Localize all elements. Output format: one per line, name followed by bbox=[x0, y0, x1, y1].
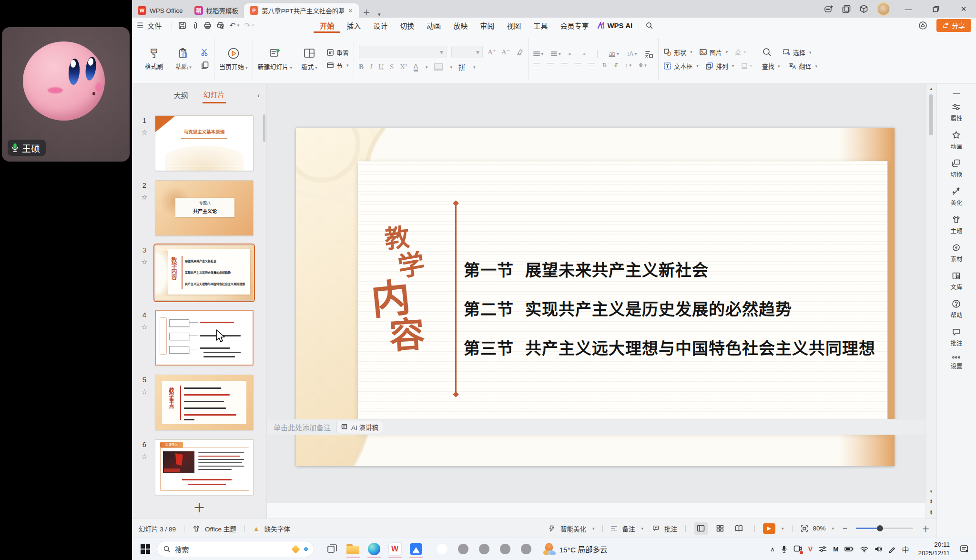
star-icon[interactable]: ☆ bbox=[141, 387, 147, 396]
select-button[interactable]: 选择▾ bbox=[783, 48, 812, 57]
increase-indent-icon[interactable]: ⇥ bbox=[581, 51, 586, 57]
increase-font-icon[interactable]: A⁺ bbox=[488, 48, 497, 56]
font-size-select[interactable]: ▾ bbox=[451, 46, 483, 58]
tray-mic-icon[interactable] bbox=[781, 545, 787, 553]
slide-2-thumbnail[interactable]: 专题八 共产主义论 bbox=[155, 180, 254, 236]
workspace-stack-icon[interactable] bbox=[842, 5, 851, 13]
canvas-scrollbar[interactable]: ▲ ▼ ▲▲ ▼▼ bbox=[925, 84, 936, 519]
sidebar-item-settings[interactable]: 设置 bbox=[950, 356, 962, 370]
task-view-button[interactable] bbox=[322, 540, 343, 559]
tray-m-icon[interactable]: M bbox=[833, 546, 838, 553]
distribute-icon[interactable] bbox=[589, 63, 595, 68]
star-icon[interactable]: ☆ bbox=[141, 452, 147, 461]
notes-placeholder[interactable]: 单击此处添加备注 bbox=[274, 422, 331, 432]
ai-script-button[interactable]: AI 演讲稿 bbox=[336, 421, 383, 433]
picture-button[interactable]: 图片▾ bbox=[699, 48, 728, 57]
clip-icon[interactable] bbox=[191, 21, 199, 30]
star-icon[interactable]: ☆ bbox=[141, 193, 147, 202]
star-icon[interactable]: ☆ bbox=[141, 323, 147, 331]
new-slide-button[interactable]: 新建幻灯片▾ bbox=[258, 47, 293, 71]
reading-view-button[interactable] bbox=[732, 522, 746, 535]
slide-section-3[interactable]: 第三节共产主义远大理想与中国特色社会主义共同理想 bbox=[464, 336, 875, 359]
row-spacing-icon[interactable]: ⇅ bbox=[602, 62, 607, 68]
menu-item-animation[interactable]: 动画 bbox=[420, 18, 447, 33]
zoom-slider[interactable] bbox=[856, 528, 913, 529]
tab-slides[interactable]: 幻灯片 bbox=[203, 86, 226, 103]
sidebar-item-animation[interactable]: 动画 bbox=[950, 131, 962, 151]
tab-outline[interactable]: 大纲 bbox=[173, 87, 189, 103]
reset-button[interactable]: 重置 bbox=[326, 48, 349, 57]
menu-item-slideshow[interactable]: 放映 bbox=[447, 18, 474, 33]
service-icon[interactable] bbox=[918, 21, 927, 30]
next-slide-icon[interactable]: ▼▼ bbox=[926, 511, 936, 515]
sidebar-item-comments[interactable]: 批注 bbox=[950, 327, 962, 347]
search-menu-icon[interactable] bbox=[645, 21, 653, 30]
start-button[interactable] bbox=[141, 544, 150, 554]
slide-section-1[interactable]: 第一节展望未来共产主义新社会 bbox=[464, 257, 709, 281]
file-explorer-button[interactable] bbox=[343, 540, 364, 559]
undo-icon[interactable]: ↶▾ bbox=[229, 21, 239, 30]
normal-view-button[interactable] bbox=[694, 522, 708, 535]
scroll-down-icon[interactable]: ▼ bbox=[926, 489, 936, 494]
phonetic-guide-button[interactable]: 拼 bbox=[458, 62, 466, 72]
align-left-icon[interactable] bbox=[533, 63, 540, 68]
menu-item-review[interactable]: 审阅 bbox=[474, 18, 500, 33]
tray-wps-icon[interactable]: V bbox=[808, 545, 813, 553]
paragraph-spacing-button[interactable]: ↕▾ bbox=[625, 62, 631, 68]
decrease-font-icon[interactable]: A⁻ bbox=[501, 48, 510, 56]
ime-indicator[interactable]: 中 bbox=[902, 544, 909, 554]
tab-wps-home[interactable]: W WPS Office bbox=[132, 3, 189, 18]
slide-3-thumbnail[interactable]: 教学内容 展望未来共产主义新社会 实现共产主义是历史发展的必然趋势 共产主义远大… bbox=[155, 245, 254, 301]
highlight-button[interactable] bbox=[434, 63, 443, 71]
menu-file[interactable]: 文件 bbox=[145, 18, 168, 33]
scroll-up-icon[interactable]: ▲ bbox=[926, 87, 936, 91]
star-icon[interactable]: ☆ bbox=[141, 258, 147, 266]
new-tab-button[interactable]: ＋ bbox=[359, 6, 374, 18]
tab-docer-template[interactable]: 稻 找稻壳模板 bbox=[189, 3, 244, 18]
decrease-indent-icon[interactable]: ⇤ bbox=[569, 51, 573, 57]
current-slide[interactable]: 教 学 内 容 第一节展望未来共产主义新社会 第二节实现共产主义是历史发展的必然… bbox=[296, 128, 895, 466]
wps-ai-menu[interactable]: WPS AI bbox=[597, 21, 632, 30]
previous-slide-icon[interactable]: ▲▲ bbox=[926, 499, 936, 503]
line-spacing-button[interactable]: ↕A▾ bbox=[627, 51, 637, 57]
notes-toggle-label[interactable]: 备注 bbox=[622, 524, 635, 533]
translate-button[interactable]: 翻译▾ bbox=[788, 61, 817, 71]
sidebar-item-assets[interactable]: 素材 bbox=[950, 243, 962, 263]
find-icon[interactable] bbox=[762, 47, 772, 57]
taskbar-search[interactable]: 搜索 bbox=[157, 541, 314, 557]
user-avatar[interactable] bbox=[877, 2, 890, 16]
collapse-sidebar-icon[interactable]: — bbox=[953, 89, 960, 97]
collapse-panel-icon[interactable]: ‹ bbox=[257, 91, 260, 99]
notes-toggle-icon[interactable] bbox=[611, 526, 617, 531]
format-painter-button[interactable]: 格式刷 bbox=[142, 48, 166, 71]
tray-volume-icon[interactable] bbox=[874, 546, 882, 552]
font-family-select[interactable]: ▾ bbox=[359, 46, 447, 58]
print-preview-icon[interactable] bbox=[216, 21, 224, 30]
theme-label[interactable]: Office 主题 bbox=[205, 524, 236, 533]
sidebar-item-transition[interactable]: 切换 bbox=[950, 159, 962, 179]
tray-expand-icon[interactable]: ∧ bbox=[770, 546, 775, 553]
close-window-button[interactable]: ✕ bbox=[954, 0, 973, 18]
menu-item-member[interactable]: 会员专享 bbox=[554, 18, 595, 33]
column-spacing-icon[interactable]: ⇵ bbox=[614, 62, 618, 68]
menu-item-design[interactable]: 设计 bbox=[367, 18, 394, 33]
menu-item-view[interactable]: 视图 bbox=[500, 18, 527, 33]
tray-camera-icon[interactable] bbox=[793, 545, 802, 554]
align-center-icon[interactable] bbox=[547, 63, 554, 68]
slide-1-thumbnail[interactable]: 马克思主义基本原理 bbox=[155, 115, 254, 171]
comments-label[interactable]: 批注 bbox=[664, 524, 677, 533]
zoom-out-button[interactable]: − bbox=[843, 524, 847, 533]
star-icon[interactable]: ☆ bbox=[141, 128, 147, 137]
cut-icon[interactable] bbox=[201, 48, 209, 56]
taskbar-app-circle[interactable] bbox=[479, 544, 489, 554]
add-slide-button[interactable]: ＋ bbox=[132, 498, 266, 516]
copy-icon[interactable] bbox=[201, 61, 209, 70]
vertical-align-button[interactable]: ⊜▾ bbox=[639, 62, 647, 68]
sidebar-item-properties[interactable]: 属性 bbox=[950, 102, 962, 122]
notification-center-icon[interactable] bbox=[960, 545, 969, 553]
docs-app-button[interactable] bbox=[406, 540, 427, 559]
sidebar-item-theme[interactable]: 主题 bbox=[950, 215, 962, 235]
play-from-current-button[interactable]: 当页开始▾ bbox=[219, 47, 248, 71]
section-button[interactable]: 节▾ bbox=[326, 61, 349, 70]
menu-item-transition[interactable]: 切换 bbox=[394, 18, 420, 33]
